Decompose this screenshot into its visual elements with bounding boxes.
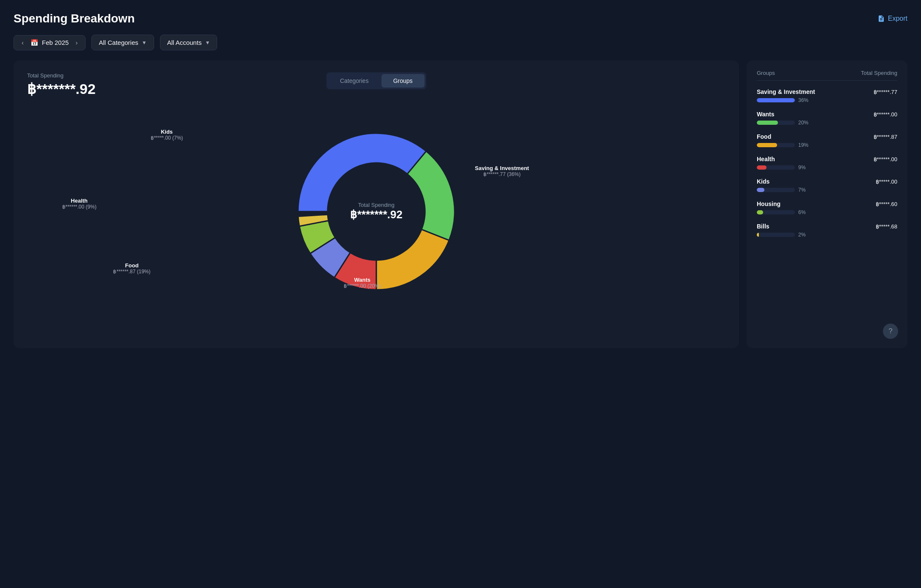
group-name: Bills <box>757 223 769 230</box>
groups-spending-header-label: Total Spending <box>861 70 897 76</box>
group-row: Housing ฿*****.60 6% <box>757 201 897 215</box>
groups-header: Groups Total Spending <box>757 70 897 81</box>
group-pct: 7% <box>798 187 805 193</box>
group-bar <box>757 121 778 125</box>
groups-panel: Groups Total Spending Saving & Investmen… <box>747 60 907 348</box>
group-name: Food <box>757 133 771 140</box>
group-name: Health <box>757 156 775 162</box>
group-row: Wants ฿******.00 20% <box>757 111 897 126</box>
group-amount: ฿*****.60 <box>876 201 897 207</box>
group-amount: ฿*****.00 <box>876 179 897 185</box>
help-button[interactable]: ? <box>883 324 898 339</box>
label-health-val: ฿******.00 (9%) <box>62 203 97 209</box>
calendar-icon: 📅 <box>30 39 39 47</box>
donut-segment-wants[interactable] <box>407 151 455 240</box>
export-icon <box>877 15 885 22</box>
groups-header-label: Groups <box>757 70 775 76</box>
label-kids-val: ฿*****.00 (7%) <box>151 135 183 140</box>
date-navigator: ‹ 📅 Feb 2025 › <box>14 35 85 50</box>
export-label: Export <box>888 15 907 22</box>
group-row: Health ฿******.00 9% <box>757 156 897 170</box>
group-pct: 19% <box>798 142 808 148</box>
prev-month-button[interactable]: ‹ <box>20 39 25 46</box>
group-bar <box>757 165 767 170</box>
donut-chart-container: Total Spending ฿*******.92 Saving & Inve… <box>27 110 725 313</box>
page-title: Spending Breakdown <box>14 12 135 25</box>
group-bar <box>757 210 763 214</box>
group-bar <box>757 188 764 192</box>
group-pct: 9% <box>798 165 805 170</box>
label-saving-investment-name: Saving & Investment <box>475 165 529 171</box>
group-row: Kids ฿*****.00 7% <box>757 178 897 193</box>
group-pct: 20% <box>798 120 808 126</box>
all-accounts-dropdown[interactable]: All Accounts ▼ <box>160 35 218 50</box>
group-amount: ฿******.00 <box>874 111 897 118</box>
donut-chart <box>287 123 465 300</box>
group-row: Saving & Investment ฿******.77 36% <box>757 88 897 103</box>
group-bar <box>757 143 777 147</box>
group-pct: 2% <box>798 232 805 238</box>
label-health-name: Health <box>62 197 97 203</box>
donut-segment-food[interactable] <box>376 229 449 290</box>
current-date: Feb 2025 <box>42 39 69 46</box>
group-amount: ฿******.87 <box>874 134 897 140</box>
all-categories-label: All Categories <box>99 39 138 46</box>
group-name: Kids <box>757 178 769 185</box>
donut-segment-saving---investment[interactable] <box>298 133 426 212</box>
all-accounts-label: All Accounts <box>167 39 202 46</box>
group-amount: ฿******.00 <box>874 156 897 162</box>
all-categories-dropdown[interactable]: All Categories ▼ <box>91 35 154 50</box>
label-saving-investment: Saving & Investment ฿******.77 (36%) <box>475 165 529 177</box>
accounts-chevron-icon: ▼ <box>205 40 210 46</box>
group-amount: ฿*****.68 <box>876 223 897 230</box>
categories-chevron-icon: ▼ <box>142 40 147 46</box>
chart-panel: Total Spending ฿*******.92 Categories Gr… <box>14 60 739 348</box>
tab-groups[interactable]: Groups <box>381 74 425 88</box>
group-row: Bills ฿*****.68 2% <box>757 223 897 238</box>
chart-tab-group: Categories Groups <box>326 72 426 89</box>
label-food-val: ฿******.87 (19%) <box>113 269 150 275</box>
group-name: Saving & Investment <box>757 88 815 95</box>
group-name: Housing <box>757 201 780 207</box>
label-health: Health ฿******.00 (9%) <box>62 197 97 209</box>
groups-list: Saving & Investment ฿******.77 36% Wants… <box>757 88 897 238</box>
label-kids: Kids ฿*****.00 (7%) <box>151 128 183 140</box>
group-bar <box>757 98 795 102</box>
next-month-button[interactable]: › <box>74 39 79 46</box>
group-pct: 6% <box>798 209 805 215</box>
label-food: Food ฿******.87 (19%) <box>113 262 150 275</box>
tab-categories[interactable]: Categories <box>328 74 381 88</box>
label-food-name: Food <box>113 262 150 269</box>
export-button[interactable]: Export <box>877 15 907 22</box>
group-name: Wants <box>757 111 774 118</box>
group-bar <box>757 233 759 237</box>
label-kids-name: Kids <box>151 128 183 135</box>
label-saving-investment-val: ฿******.77 (36%) <box>475 171 529 177</box>
group-amount: ฿******.77 <box>874 89 897 95</box>
group-row: Food ฿******.87 19% <box>757 133 897 148</box>
group-pct: 36% <box>798 97 808 103</box>
